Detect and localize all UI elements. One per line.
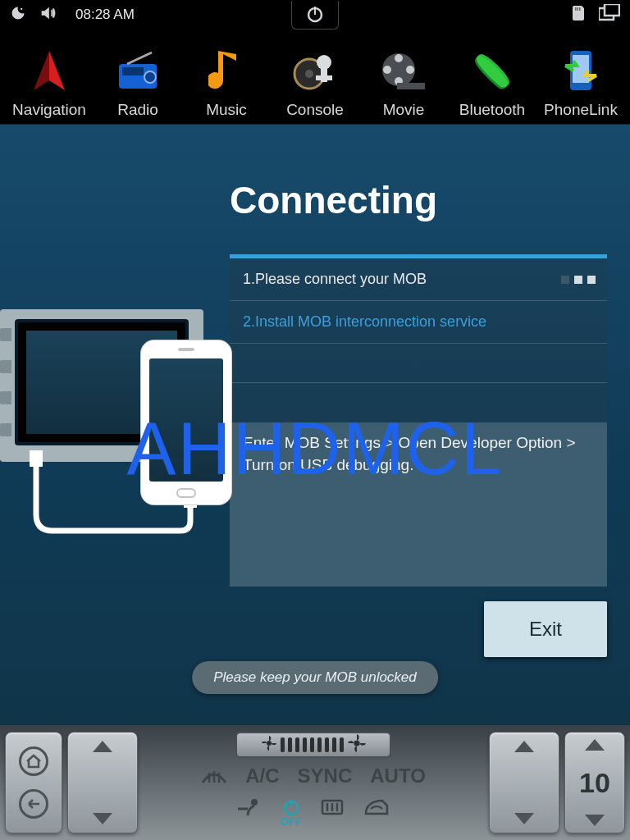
app-label: Console bbox=[286, 101, 344, 119]
exit-button[interactable]: Exit bbox=[484, 601, 607, 657]
mute-icon[interactable] bbox=[38, 4, 57, 25]
recirculate-icon[interactable] bbox=[363, 797, 392, 828]
app-movie[interactable]: Movie bbox=[359, 47, 448, 119]
temp-up-icon[interactable] bbox=[585, 739, 605, 751]
app-label: Navigation bbox=[12, 101, 86, 119]
rear-defrost-icon[interactable] bbox=[320, 797, 345, 828]
climate-center: A/C SYNC AUTO OFF bbox=[143, 732, 484, 833]
svg-rect-24 bbox=[573, 55, 589, 83]
seat-heat-right-icon bbox=[508, 766, 541, 799]
chevron-down-icon bbox=[93, 813, 112, 824]
airflow-body-icon[interactable] bbox=[235, 797, 262, 828]
app-navigation[interactable]: Navigation bbox=[5, 47, 94, 119]
svg-line-11 bbox=[127, 52, 152, 64]
svg-point-20 bbox=[406, 66, 414, 74]
svg-point-29 bbox=[251, 799, 258, 806]
svg-point-0 bbox=[21, 8, 22, 10]
navigation-icon bbox=[25, 47, 74, 96]
multiwindow-icon[interactable] bbox=[599, 4, 620, 25]
step-progress-indicator bbox=[561, 276, 596, 284]
svg-rect-7 bbox=[605, 4, 619, 16]
page-title: Connecting bbox=[230, 178, 437, 222]
svg-point-10 bbox=[144, 71, 156, 83]
off-label: OFF bbox=[281, 815, 302, 828]
svg-rect-2 bbox=[314, 7, 316, 15]
app-label: Movie bbox=[383, 101, 425, 119]
night-mode-icon[interactable] bbox=[10, 5, 26, 25]
temp-down-icon[interactable] bbox=[585, 815, 605, 826]
svg-rect-9 bbox=[122, 67, 144, 75]
svg-rect-3 bbox=[575, 7, 577, 11]
fan-icon bbox=[261, 735, 277, 755]
ac-button[interactable]: A/C bbox=[245, 765, 279, 791]
sd-card-icon bbox=[573, 6, 584, 24]
app-label: Bluetooth bbox=[459, 101, 525, 119]
step-1-text: 1.Please connect your MOB bbox=[243, 271, 427, 288]
seat-heat-left-icon bbox=[86, 766, 119, 799]
step-2[interactable]: 2.Install MOB interconnection service bbox=[230, 301, 607, 344]
console-icon bbox=[290, 47, 340, 96]
app-music[interactable]: Music bbox=[182, 47, 271, 119]
phonelink-connecting-screen: Connecting 1.Please connect your MOB 2.I… bbox=[0, 125, 630, 725]
app-console[interactable]: Console bbox=[271, 47, 359, 119]
step-3[interactable] bbox=[230, 344, 607, 383]
hint-pill: Please keep your MOB unlocked bbox=[192, 661, 438, 694]
phonelink-icon bbox=[556, 47, 605, 96]
sync-button[interactable]: SYNC bbox=[298, 765, 353, 791]
app-label: Music bbox=[206, 101, 247, 119]
svg-rect-16 bbox=[316, 75, 332, 80]
nav-buttons-col bbox=[5, 732, 62, 833]
svg-point-13 bbox=[305, 70, 313, 78]
front-defrost-icon[interactable] bbox=[201, 765, 227, 791]
radio-icon bbox=[113, 47, 162, 96]
chevron-up-icon bbox=[93, 741, 112, 752]
temp-value: 10 bbox=[579, 767, 610, 799]
svg-rect-5 bbox=[579, 7, 581, 11]
app-label: Radio bbox=[117, 101, 158, 119]
climate-bar: A/C SYNC AUTO OFF 10 bbox=[0, 725, 630, 840]
steps-panel: 1.Please connect your MOB 2.Install MOB … bbox=[230, 254, 607, 587]
fan-icon bbox=[347, 733, 367, 756]
chevron-down-icon bbox=[514, 813, 534, 824]
svg-rect-4 bbox=[578, 7, 579, 11]
app-bluetooth[interactable]: Bluetooth bbox=[448, 47, 536, 119]
svg-point-28 bbox=[354, 740, 359, 746]
chevron-up-icon bbox=[514, 741, 534, 752]
svg-point-14 bbox=[317, 55, 331, 70]
connection-graphic bbox=[0, 309, 221, 555]
app-label: PhoneLink bbox=[544, 101, 618, 119]
auto-button[interactable]: AUTO bbox=[370, 765, 426, 791]
back-button[interactable] bbox=[19, 789, 48, 819]
home-button[interactable] bbox=[19, 746, 48, 776]
step-2-text: 2.Install MOB interconnection service bbox=[243, 313, 486, 331]
music-icon bbox=[202, 47, 251, 96]
svg-point-18 bbox=[395, 54, 403, 62]
power-off-button[interactable]: OFF bbox=[281, 797, 302, 828]
svg-rect-22 bbox=[397, 83, 425, 89]
power-button[interactable] bbox=[291, 1, 339, 30]
svg-point-27 bbox=[267, 741, 272, 746]
bluetooth-phone-icon bbox=[468, 47, 517, 96]
app-phonelink[interactable]: PhoneLink bbox=[536, 47, 625, 119]
instructions-box: Enter MOB Settings > Open Developer Opti… bbox=[230, 422, 607, 587]
app-launcher-row: Navigation Radio Music Console Movie Blu… bbox=[0, 30, 630, 125]
phone-graphic bbox=[141, 340, 231, 504]
movie-icon bbox=[379, 47, 428, 96]
svg-point-19 bbox=[383, 66, 391, 74]
right-seat-heat[interactable] bbox=[489, 732, 559, 833]
clock-text: 08:28 AM bbox=[75, 7, 135, 23]
status-bar: 08:28 AM bbox=[0, 0, 630, 30]
svg-rect-31 bbox=[290, 800, 292, 807]
left-seat-heat[interactable] bbox=[67, 732, 138, 833]
step-4[interactable] bbox=[230, 383, 607, 422]
hint-text: Please keep your MOB unlocked bbox=[213, 669, 417, 685]
right-temp-control[interactable]: 10 bbox=[564, 732, 625, 833]
instructions-text: Enter MOB Settings > Open Developer Opti… bbox=[243, 434, 576, 473]
app-radio[interactable]: Radio bbox=[94, 47, 182, 119]
exit-label: Exit bbox=[529, 618, 562, 641]
step-1[interactable]: 1.Please connect your MOB bbox=[230, 258, 607, 301]
fan-speed-bar[interactable] bbox=[235, 732, 391, 758]
